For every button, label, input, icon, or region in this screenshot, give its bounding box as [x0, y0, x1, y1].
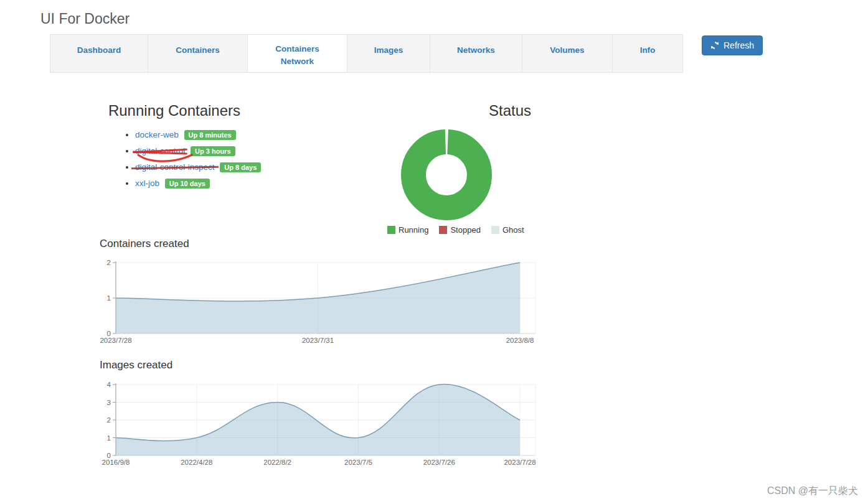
tab-label: Images: [374, 44, 403, 57]
legend-label: Ghost: [502, 225, 524, 235]
tab-networks[interactable]: Networks: [430, 35, 522, 72]
tab-dashboard[interactable]: Dashboard: [50, 35, 148, 72]
legend-swatch-stopped: [439, 226, 447, 234]
uptime-badge: Up 10 days: [165, 179, 210, 189]
status-doughnut-chart: [400, 129, 493, 221]
top-navigation: Dashboard Containers Containers Network …: [50, 34, 763, 73]
svg-text:4: 4: [107, 381, 111, 388]
svg-text:2: 2: [107, 416, 111, 424]
red-scribble-annotation: digital-control: [135, 145, 185, 157]
tab-label: Info: [640, 44, 656, 57]
page-title: UI For Docker: [40, 11, 130, 27]
svg-text:3: 3: [107, 399, 111, 406]
tab-volumes[interactable]: Volumes: [522, 35, 613, 72]
svg-text:2022/4/28: 2022/4/28: [181, 459, 212, 466]
svg-text:2: 2: [107, 259, 111, 266]
refresh-button[interactable]: Refresh: [702, 35, 763, 55]
legend-item-ghost: Ghost: [491, 225, 524, 235]
tab-label: Dashboard: [77, 44, 121, 57]
svg-text:2023/7/26: 2023/7/26: [423, 459, 455, 466]
legend-item-running: Running: [387, 225, 428, 235]
container-link-docker-web[interactable]: docker-web: [135, 130, 179, 139]
legend-swatch-ghost: [491, 226, 499, 234]
running-containers-title: Running Containers: [50, 102, 299, 119]
svg-text:2023/7/5: 2023/7/5: [344, 459, 372, 466]
tab-containers-network[interactable]: Containers Network: [248, 35, 347, 72]
list-item: docker-web Up 8 minutes: [135, 129, 299, 141]
svg-text:2022/8/2: 2022/8/2: [263, 459, 291, 466]
tab-containers[interactable]: Containers: [148, 35, 248, 72]
tab-label: Containers Network: [270, 43, 326, 68]
uptime-badge: Up 8 days: [220, 162, 261, 172]
tab-info[interactable]: Info: [613, 35, 682, 72]
strike-annotation: digital-control-inspect: [135, 161, 215, 174]
list-item: xxl-job Up 10 days: [135, 177, 299, 190]
container-link-xxl-job[interactable]: xxl-job: [135, 179, 159, 188]
legend-item-stopped: Stopped: [439, 225, 480, 235]
containers-created-chart: 0122023/7/282023/7/312023/8/8: [100, 258, 543, 348]
nav-tabs: Dashboard Containers Containers Network …: [50, 34, 683, 73]
container-link-digital-control-inspect[interactable]: digital-control-inspect: [135, 162, 215, 172]
svg-text:2016/9/8: 2016/9/8: [102, 459, 130, 466]
uptime-badge: Up 8 minutes: [184, 130, 236, 140]
refresh-icon: [710, 41, 719, 50]
tab-label: Containers: [176, 44, 220, 57]
container-link-digital-control[interactable]: digital-control: [135, 146, 185, 156]
legend-label: Stopped: [450, 225, 480, 235]
svg-text:2023/7/28: 2023/7/28: [100, 337, 131, 344]
images-created-title: Images created: [100, 359, 172, 371]
svg-text:2023/8/8: 2023/8/8: [506, 337, 534, 344]
legend-label: Running: [398, 225, 428, 235]
list-item: digital-control Up 3 hours: [135, 145, 299, 157]
status-panel: Status Running Stopped Ghost: [299, 102, 685, 235]
watermark: CSDN @有一只柴犬: [767, 485, 858, 498]
tab-images[interactable]: Images: [347, 35, 430, 72]
svg-text:2023/7/28: 2023/7/28: [504, 459, 535, 466]
svg-text:2023/7/31: 2023/7/31: [302, 337, 334, 344]
uptime-badge: Up 3 hours: [191, 146, 235, 156]
svg-text:1: 1: [107, 294, 111, 302]
containers-created-title: Containers created: [100, 238, 189, 250]
status-title: Status: [299, 102, 685, 119]
legend-swatch-running: [387, 226, 395, 234]
images-created-chart: 012342016/9/82022/4/282022/8/22023/7/520…: [100, 380, 543, 470]
status-legend: Running Stopped Ghost: [387, 225, 685, 235]
running-containers-list: docker-web Up 8 minutes digital-control …: [50, 129, 299, 190]
running-containers-panel: Running Containers docker-web Up 8 minut…: [50, 102, 299, 194]
list-item: digital-control-inspect Up 8 days: [135, 161, 299, 174]
tab-label: Networks: [457, 44, 495, 57]
svg-text:1: 1: [107, 434, 111, 442]
refresh-label: Refresh: [724, 40, 754, 50]
tab-label: Volumes: [550, 44, 584, 57]
